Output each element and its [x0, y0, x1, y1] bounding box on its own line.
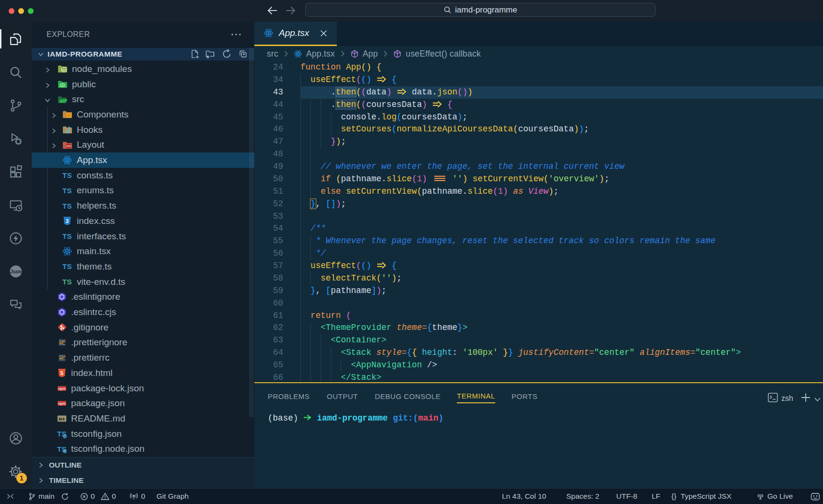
svg-text:3: 3 — [66, 218, 69, 224]
svg-text:<>: <> — [67, 144, 72, 148]
svg-text:M: M — [59, 417, 62, 422]
svg-text:</>: </> — [60, 98, 67, 104]
svg-text:npm: npm — [58, 401, 65, 406]
svg-text:5: 5 — [60, 370, 63, 376]
svg-text:js: js — [62, 68, 66, 71]
svg-text:Json: Json — [10, 269, 21, 274]
svg-text:npm: npm — [58, 386, 65, 390]
